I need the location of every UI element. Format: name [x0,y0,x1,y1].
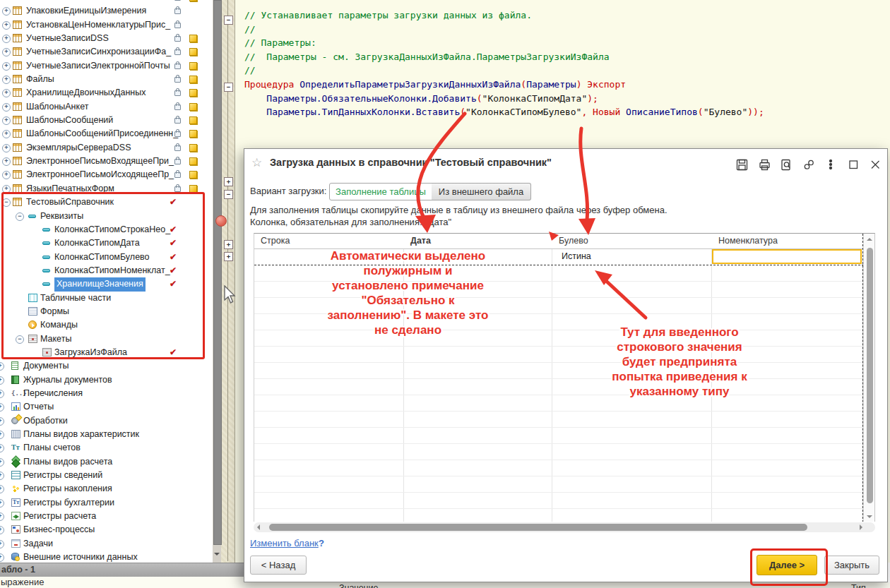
tree-item-Обработки[interactable]: +Обработки [0,414,213,428]
expand-plus-icon[interactable]: + [0,472,4,480]
table-cell[interactable] [552,444,712,460]
tree-item-Макеты[interactable]: −Макеты [0,332,213,346]
expand-plus-icon[interactable]: + [2,116,11,125]
expand-plus-icon[interactable]: + [2,48,11,56]
tree-item-ЗагрузкаИзФайла[interactable]: ЗагрузкаИзФайла✔ [0,346,213,359]
table-cell[interactable]: Истина [552,249,712,265]
tree-item-Бизнес-процессы[interactable]: +Бизнес-процессы [0,523,213,536]
tree-item-ШаблоныАнкет[interactable]: +ШаблоныАнкет [0,100,213,114]
table-cell[interactable] [404,493,552,508]
metadata-tree[interactable]: +УпаковкиЕдиницыИзмерения+УстановкаЦенНо… [0,0,213,563]
tree-item-УпаковкиЕдиницыИзмерения[interactable]: +УпаковкиЕдиницыИзмерения [0,4,213,18]
tree-item-Планы счетов[interactable]: +Планы счетов [0,441,213,455]
tree-scrollbar-down-arrow-icon[interactable] [214,553,220,558]
table-cell[interactable] [254,444,404,460]
table-cell[interactable] [712,428,863,443]
tree-item-УчетныеЗаписиСинхронизацииФа_[interactable]: +УчетныеЗаписиСинхронизацииФа_ [0,45,213,59]
tree-item-Регистры бухгалтерии[interactable]: +Регистры бухгалтерии [0,496,213,510]
table-cell[interactable] [712,298,863,313]
tree-item-КолонкаСТипомДата[interactable]: КолонкаСТипомДата✔ [0,236,213,250]
expand-plus-icon[interactable]: + [0,540,4,548]
table-cell[interactable] [712,282,863,297]
table-cell[interactable] [552,298,712,313]
column-header-2[interactable]: Булево [552,234,712,248]
table-cell[interactable] [712,444,863,460]
table-cell[interactable] [712,265,863,281]
tree-item-Внешние источники данных[interactable]: +Внешние источники данных [0,551,213,563]
tree-item-КолонкаСТипомНоменклат_[interactable]: КолонкаСТипомНоменклат_✔ [0,264,213,277]
tree-item-ЭкземплярыСервераDSS[interactable]: +ЭкземплярыСервераDSS [0,141,213,155]
vertical-scroll-thumb[interactable] [867,248,873,503]
tree-item-КолонкаСТипомБулево[interactable]: КолонкаСТипомБулево✔ [0,251,213,264]
expand-plus-icon[interactable]: + [2,171,11,179]
expand-plus-icon[interactable]: + [2,35,11,43]
table-cell[interactable] [254,363,404,378]
collapse-minus-icon[interactable]: − [16,212,24,221]
collapse-minus-icon[interactable]: − [16,335,24,344]
tree-item-Планы видов расчета[interactable]: +Планы видов расчета [0,455,213,469]
tree-item-Файлы[interactable]: +Файлы [0,73,213,86]
scroll-down-arrow-icon[interactable] [867,515,872,518]
table-cell[interactable] [254,476,404,492]
save-icon[interactable] [735,158,749,172]
tree-item-Планы видов характеристик[interactable]: +Планы видов характеристик [0,428,213,441]
collapse-minus-icon[interactable]: − [2,198,11,207]
table-vertical-scrollbar[interactable] [863,234,875,522]
expand-plus-icon[interactable]: + [0,376,4,385]
tab-from-external-file[interactable]: Из внешнего файла [432,183,531,200]
expand-plus-icon[interactable]: + [2,76,11,84]
fold-marker-icon[interactable]: + [224,240,233,249]
table-cell[interactable] [712,412,863,427]
tree-item-Регистры расчета[interactable]: +Регистры расчета [0,510,213,523]
scroll-left-arrow-icon[interactable] [257,524,260,530]
favorite-star-icon[interactable]: ☆ [251,155,262,170]
scroll-right-arrow-icon[interactable] [860,524,862,530]
tree-item-КолонкаСТипомСтрокаНео_[interactable]: КолонкаСТипомСтрокаНео_✔ [0,223,213,236]
column-header-0[interactable]: Строка [254,234,404,248]
expand-plus-icon[interactable]: + [0,444,4,452]
tree-item-ЭлектронноеПисьмоИсходящееПр_[interactable]: +ЭлектронноеПисьмоИсходящееПр_ [0,168,213,181]
scroll-up-arrow-icon[interactable] [867,238,872,241]
tree-item-Формы[interactable]: Формы [0,305,213,318]
tree-item-УчетныеЗаписиЭлектроннойПочты[interactable]: +УчетныеЗаписиЭлектроннойПочты [0,59,213,73]
table-cell[interactable] [552,265,712,281]
tree-item-УстановкаЦенНоменклатурыПрис_[interactable]: +УстановкаЦенНоменклатурыПрис_ [0,18,213,32]
tree-item-УчетныеЗаписиDSS[interactable]: +УчетныеЗаписиDSS [0,32,213,45]
preview-icon[interactable] [780,158,794,172]
expand-plus-icon[interactable]: + [0,526,4,534]
tab-fill-table[interactable]: Заполнение таблицы [329,183,432,200]
horizontal-scroll-thumb[interactable] [269,524,807,531]
tree-item-Отчеты[interactable]: +Отчеты [0,400,213,414]
table-cell[interactable] [254,412,404,427]
table-cell[interactable] [404,395,552,411]
tree-item-Регистры сведений[interactable]: +Регистры сведений [0,469,213,482]
tree-item-Журналы документов[interactable]: +Журналы документов [0,373,213,387]
fold-marker-icon[interactable]: + [224,177,233,186]
tree-item-ЭлектронноеПисьмоВходящееПри_[interactable]: +ЭлектронноеПисьмоВходящееПри_ [0,155,213,168]
table-cell[interactable] [254,493,404,508]
column-header-1[interactable]: Дата [404,234,552,248]
tree-item-Перечисления[interactable]: +Перечисления [0,387,213,400]
expand-plus-icon[interactable]: + [0,485,4,493]
table-cell[interactable] [552,460,712,476]
active-cell-border[interactable] [712,249,862,264]
tree-item-ТестовыйСправочник[interactable]: −ТестовыйСправочник✔ [0,196,213,209]
expand-plus-icon[interactable]: + [2,62,11,71]
expand-plus-icon[interactable]: + [0,553,4,562]
table-cell[interactable] [254,428,404,443]
expand-plus-icon[interactable]: + [0,390,4,398]
table-cell[interactable] [404,412,552,427]
expand-plus-icon[interactable]: + [2,185,11,193]
table-horizontal-scrollbar[interactable] [254,522,875,532]
expand-plus-icon[interactable]: + [2,130,11,138]
expand-plus-icon[interactable]: + [2,7,11,16]
edit-form-link[interactable]: Изменить бланк [250,538,319,548]
fold-marker-icon[interactable]: − [224,190,233,199]
table-cell[interactable] [254,379,404,395]
close-icon[interactable] [869,158,883,172]
fold-marker-icon[interactable]: − [224,16,233,25]
tree-item-Команды[interactable]: Команды [0,318,213,332]
tree-item-ХранилищеЗначения[interactable]: ХранилищеЗначения✔ [0,277,213,291]
expand-plus-icon[interactable]: + [0,458,4,467]
link-icon[interactable] [802,158,817,172]
